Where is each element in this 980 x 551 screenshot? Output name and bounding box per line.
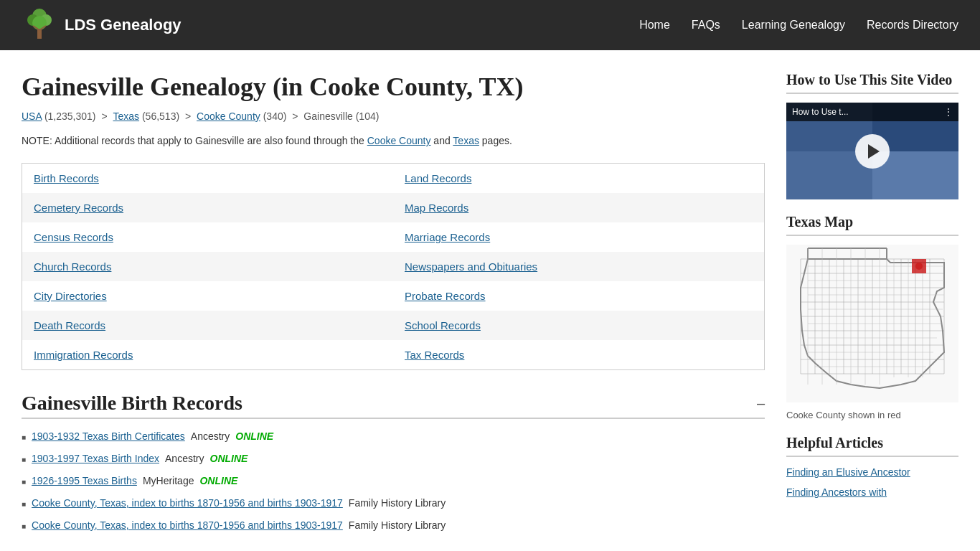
content-area: Gainesville Genealogy (in Cooke County, … (0, 50, 980, 551)
table-row: Census Records Marriage Records (22, 222, 765, 252)
video-thumbnail[interactable]: How to Use t... ⋮ (786, 103, 958, 199)
birth-records-list: 1903-1932 Texas Birth Certificates Ances… (22, 429, 765, 533)
birth-item-link-2[interactable]: 1903-1997 Texas Birth Index (32, 451, 159, 466)
helpful-articles-section: Helpful Articles Finding an Elusive Ance… (786, 435, 958, 499)
immigration-records-link[interactable]: Immigration Records (34, 349, 133, 361)
breadcrumb-cooke[interactable]: Cooke County (197, 110, 260, 122)
helpful-articles-title: Helpful Articles (786, 435, 958, 457)
probate-records-link[interactable]: Probate Records (405, 290, 486, 302)
texas-map-section: Texas Map (786, 214, 958, 420)
death-records-link[interactable]: Death Records (34, 319, 105, 331)
note-suffix: pages. (482, 135, 512, 146)
nav-records-dir[interactable]: Records Directory (867, 19, 958, 32)
section-header: Gainesville Birth Records – (22, 392, 765, 419)
logo-tree-icon (22, 7, 57, 43)
records-table: Birth Records Land Records Cemetery Reco… (22, 163, 765, 370)
school-records-link[interactable]: School Records (405, 319, 481, 331)
svg-point-3 (32, 16, 47, 30)
texas-map-container: Cooke County shown in red (786, 245, 958, 420)
play-button[interactable] (855, 134, 890, 169)
texas-map-svg (786, 245, 958, 402)
video-section-title: How to Use This Site Video (786, 72, 958, 94)
birth-item-link-5[interactable]: Cooke County, Texas, index to births 187… (32, 518, 343, 533)
logo-text: LDS Genealogy (65, 16, 182, 34)
nav-home[interactable]: Home (639, 19, 670, 32)
table-row: Birth Records Land Records (22, 164, 765, 194)
land-records-link[interactable]: Land Records (405, 172, 471, 184)
birth-item-link-1[interactable]: 1903-1932 Texas Birth Certificates (32, 429, 185, 444)
breadcrumb-texas[interactable]: Texas (113, 110, 139, 122)
note-middle: and (433, 135, 453, 146)
video-play-area[interactable] (786, 103, 958, 199)
breadcrumb-usa-count: (1,235,301) (44, 110, 96, 122)
right-column: How to Use This Site Video How to Use t.… (786, 72, 958, 547)
list-item: 1903-1997 Texas Birth Index Ancestry ONL… (22, 451, 765, 466)
birth-item-link-4[interactable]: Cooke County, Texas, index to births 187… (32, 496, 343, 511)
left-column: Gainesville Genealogy (in Cooke County, … (22, 72, 765, 547)
newspapers-link[interactable]: Newspapers and Obituaries (405, 260, 537, 273)
collapse-button[interactable]: – (757, 395, 765, 412)
note-prefix: NOTE: Additional records that apply to G… (22, 135, 367, 146)
play-icon (868, 144, 880, 159)
birth-records-link[interactable]: Birth Records (34, 172, 99, 184)
site-header: LDS Genealogy Home FAQs Learning Genealo… (0, 0, 980, 50)
list-item: 1926-1995 Texas Births MyHeritage ONLINE (22, 474, 765, 489)
table-row: Immigration Records Tax Records (22, 340, 765, 370)
tax-records-link[interactable]: Tax Records (405, 349, 464, 361)
map-caption: Cooke County shown in red (786, 410, 958, 420)
section-title: Gainesville Birth Records (22, 392, 242, 415)
cemetery-records-link[interactable]: Cemetery Records (34, 202, 123, 214)
helpful-article-1[interactable]: Finding an Elusive Ancestor (786, 466, 958, 480)
census-records-link[interactable]: Census Records (34, 231, 113, 243)
table-row: Church Records Newspapers and Obituaries (22, 252, 765, 281)
svg-rect-4 (37, 29, 42, 39)
marriage-records-link[interactable]: Marriage Records (405, 231, 490, 243)
breadcrumb-texas-count: (56,513) (142, 110, 179, 122)
note-cooke-link[interactable]: Cooke County (367, 135, 431, 146)
breadcrumb-gainesville: Gainesville (104) (303, 110, 379, 122)
sidebar-video-section: How to Use This Site Video How to Use t.… (786, 72, 958, 199)
helpful-article-2[interactable]: Finding Ancestors with (786, 486, 958, 500)
note-texas-link[interactable]: Texas (453, 135, 479, 146)
breadcrumb-usa[interactable]: USA (22, 110, 42, 122)
table-row: Cemetery Records Map Records (22, 193, 765, 222)
texas-map-title: Texas Map (786, 214, 958, 236)
church-records-link[interactable]: Church Records (34, 260, 111, 273)
svg-point-49 (915, 263, 923, 270)
nav-faqs[interactable]: FAQs (692, 19, 720, 32)
note-text: NOTE: Additional records that apply to G… (22, 133, 765, 149)
main-nav: Home FAQs Learning Genealogy Records Dir… (639, 19, 958, 32)
city-dirs-link[interactable]: City Directories (34, 290, 107, 302)
map-records-link[interactable]: Map Records (405, 202, 468, 214)
list-item: Cooke County, Texas, index to births 187… (22, 496, 765, 511)
table-row: Death Records School Records (22, 311, 765, 340)
logo-area: LDS Genealogy (22, 7, 182, 43)
main-wrapper: Gainesville Genealogy (in Cooke County, … (0, 50, 980, 551)
list-item: Cooke County, Texas, index to births 187… (22, 518, 765, 533)
breadcrumb: USA (1,235,301) > Texas (56,513) > Cooke… (22, 110, 765, 122)
page-title: Gainesville Genealogy (in Cooke County, … (22, 72, 765, 102)
birth-records-section: Gainesville Birth Records – 1903-1932 Te… (22, 392, 765, 533)
birth-item-link-3[interactable]: 1926-1995 Texas Births (32, 474, 137, 489)
breadcrumb-cooke-count: (340) (263, 110, 287, 122)
table-row: City Directories Probate Records (22, 281, 765, 311)
list-item: 1903-1932 Texas Birth Certificates Ances… (22, 429, 765, 444)
nav-learning[interactable]: Learning Genealogy (742, 19, 845, 32)
